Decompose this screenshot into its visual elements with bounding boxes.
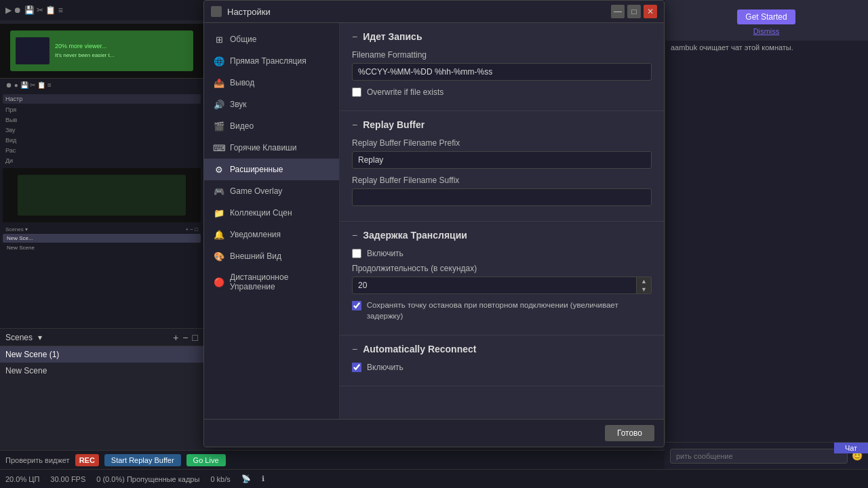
scene-item-2[interactable]: New Scene <box>0 363 203 379</box>
prefix-label: Replay Buffer Filename Prefix <box>352 138 652 148</box>
delay-enable-label: Включить <box>367 249 403 258</box>
notifications-label: Уведомления <box>230 230 281 239</box>
done-button[interactable]: Готово <box>605 425 654 441</box>
scene-options-button[interactable]: □ <box>193 332 198 343</box>
recording-section-title: Идет Запись <box>363 31 422 42</box>
scene-collections-label: Коллекции Сцен <box>230 208 292 218</box>
audio-label: Звук <box>230 100 247 109</box>
preserve-label: Сохранять точку останова при повторном п… <box>367 300 652 321</box>
spinbox-down[interactable]: ▼ <box>637 285 651 293</box>
auto-reconnect-header[interactable]: − Automatically Reconnect <box>352 344 652 354</box>
sidebar-item-game-overlay[interactable]: 🎮 Game Overlay <box>204 180 339 202</box>
settings-dialog: Настройки — □ ✕ ⊞ Общие 🌐 Прямая Трансля… <box>203 0 665 447</box>
game-overlay-icon: 🎮 <box>214 186 224 197</box>
spinbox-up[interactable]: ▲ <box>637 277 651 285</box>
recording-section-header[interactable]: − Идет Запись <box>352 31 652 42</box>
stream-label: Прямая Трансляция <box>230 56 307 66</box>
sidebar-item-video[interactable]: 🎬 Видео <box>204 115 339 137</box>
duration-input[interactable] <box>352 277 637 294</box>
dismiss-link[interactable]: Dismiss <box>753 27 780 35</box>
notifications-icon: 🔔 <box>214 229 224 240</box>
sidebar-item-general[interactable]: ⊞ Общие <box>204 28 339 50</box>
settings-sidebar: ⊞ Общие 🌐 Прямая Трансляция 📤 Вывод 🔊 Зв… <box>204 23 340 419</box>
overwrite-row: Overwrite if file exists <box>352 87 652 97</box>
suffix-input[interactable] <box>352 188 652 206</box>
preserve-row: Сохранять точку останова при повторном п… <box>352 300 652 321</box>
rec-button[interactable]: REC <box>75 454 99 466</box>
minimize-button[interactable]: — <box>611 5 625 18</box>
stream-delay-title: Задержка Трансляции <box>363 230 467 241</box>
sidebar-item-output[interactable]: 📤 Вывод <box>204 72 339 94</box>
dialog-footer: Готово <box>204 419 664 447</box>
remote-control-label: Дистанционное Управление <box>230 272 330 291</box>
system-chat-message: aambuk очищает чат этой комнаты. <box>671 43 863 52</box>
scenes-chevron: ▾ <box>38 333 42 342</box>
replay-buffer-collapse-icon: − <box>352 119 357 130</box>
scenes-title: Scenes <box>5 333 33 342</box>
sidebar-item-scene-collections[interactable]: 📁 Коллекции Сцен <box>204 202 339 224</box>
settings-content: − Идет Запись Filename Formatting Overwr… <box>340 23 664 419</box>
chat-label-badge: Чат <box>834 443 868 453</box>
delay-enable-row: Включить <box>352 249 652 258</box>
filename-label: Filename Formatting <box>352 50 652 60</box>
reconnect-enable-checkbox[interactable] <box>352 363 361 372</box>
sidebar-item-remote-control[interactable]: 🔴 Дистанционное Управление <box>204 267 339 297</box>
scenes-panel: Scenes ▾ + − □ New Scene (1) New Scene <box>0 328 203 450</box>
hotkeys-icon: ⌨ <box>214 142 224 153</box>
output-icon: 📤 <box>214 77 224 88</box>
preserve-checkbox[interactable] <box>352 301 361 310</box>
mini-toolbar: ⏺ ● 💾 ✂ 📋 ≡ <box>5 81 52 89</box>
replay-buffer-section: − Replay Buffer Replay Buffer Filename P… <box>340 111 664 222</box>
preview-thumbnail: 20% more viewer...It's never been easier… <box>0 24 203 78</box>
start-replay-buffer-button[interactable]: Start Replay Buffer <box>104 454 181 466</box>
duration-spinbox: ▲ ▼ <box>352 277 652 294</box>
scene-collections-icon: 📁 <box>214 207 224 218</box>
prefix-input[interactable] <box>352 151 652 169</box>
reconnect-enable-label: Включить <box>367 363 403 372</box>
remove-scene-button[interactable]: − <box>182 332 188 343</box>
get-started-button[interactable]: Get Started <box>737 9 795 24</box>
replay-buffer-header[interactable]: − Replay Buffer <box>352 119 652 130</box>
recording-collapse-icon: − <box>352 31 357 42</box>
obs-right-panel: 0 зрителей Обновить чат т Трансляция Чат… <box>665 0 868 488</box>
sidebar-item-stream[interactable]: 🌐 Прямая Трансляция <box>204 50 339 72</box>
general-icon: ⊞ <box>214 34 224 45</box>
delay-enable-checkbox[interactable] <box>352 249 361 258</box>
suffix-label: Replay Buffer Filename Suffix <box>352 176 652 185</box>
scenes-header: Scenes ▾ + − □ <box>0 329 203 346</box>
sidebar-item-appearance[interactable]: 🎨 Внешний Вид <box>204 245 339 267</box>
filename-input[interactable] <box>352 63 652 81</box>
auto-reconnect-title: Automatically Reconnect <box>363 344 476 354</box>
go-live-button[interactable]: Go Live <box>186 454 226 466</box>
advanced-icon: ⚙ <box>214 164 224 175</box>
close-button[interactable]: ✕ <box>644 5 657 18</box>
status-bar: 20.0% ЦП 30.00 FPS 0 (0.0%) Пропущенные … <box>0 469 868 488</box>
info-icon[interactable]: ℹ <box>262 474 264 483</box>
overwrite-checkbox[interactable] <box>352 87 361 97</box>
sidebar-item-audio[interactable]: 🔊 Звук <box>204 94 339 115</box>
verify-widget-link[interactable]: Проверить виджет <box>5 456 70 464</box>
appearance-label: Внешний Вид <box>230 251 281 261</box>
sidebar-item-advanced[interactable]: ⚙ Расширенные <box>204 159 339 180</box>
maximize-button[interactable]: □ <box>627 5 641 18</box>
stream-icon: 🌐 <box>214 56 224 66</box>
chat-input[interactable] <box>670 449 848 464</box>
network-icon: 📡 <box>241 474 251 483</box>
replay-buffer-title: Replay Buffer <box>363 119 425 130</box>
add-scene-button[interactable]: + <box>173 332 178 343</box>
fps: 30.00 FPS <box>50 475 85 483</box>
overwrite-label: Overwrite if file exists <box>367 87 443 97</box>
audio-icon: 🔊 <box>214 99 224 110</box>
sidebar-item-hotkeys[interactable]: ⌨ Горячие Клавиши <box>204 137 339 159</box>
reconnect-enable-row: Включить <box>352 363 652 372</box>
scenes-controls: + − □ <box>173 332 198 343</box>
hotkeys-label: Горячие Клавиши <box>230 143 296 152</box>
stream-delay-header[interactable]: − Задержка Трансляции <box>352 230 652 241</box>
appearance-icon: 🎨 <box>214 251 224 262</box>
bottom-action-bar: Проверить виджет REC Start Replay Buffer… <box>0 450 665 469</box>
dialog-controls: — □ ✕ <box>611 5 657 18</box>
sidebar-item-notifications[interactable]: 🔔 Уведомления <box>204 224 339 245</box>
dialog-title: Настройки <box>227 7 606 17</box>
scene-item-1[interactable]: New Scene (1) <box>0 346 203 363</box>
chat-input-area: 😊 Чат <box>665 442 868 469</box>
